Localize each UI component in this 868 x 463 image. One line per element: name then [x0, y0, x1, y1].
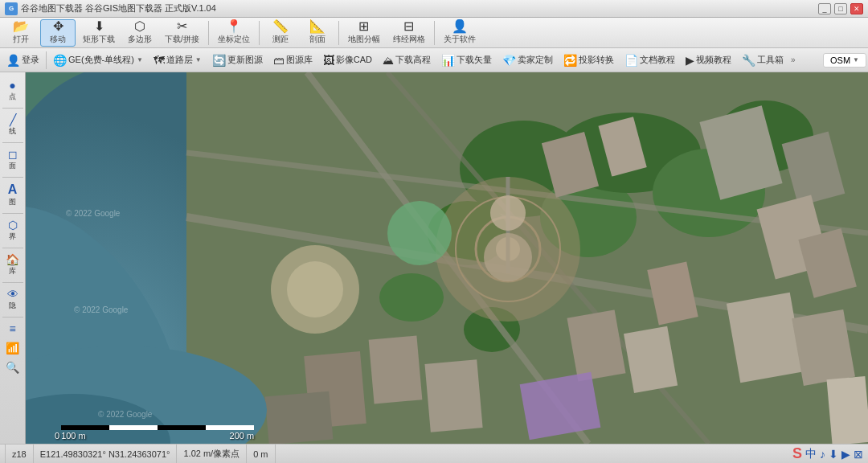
- route-arrow: ▼: [195, 56, 202, 64]
- hidden-icon: 👁: [7, 289, 18, 300]
- cut-join-button[interactable]: ✂ 下载/拼接: [159, 19, 205, 47]
- map-split-label: 地图分幅: [348, 34, 380, 45]
- update-map-icon: 🔄: [212, 54, 226, 67]
- side-sep-2: [2, 142, 23, 143]
- library-label: 库: [9, 266, 16, 277]
- minimize-button[interactable]: _: [818, 3, 831, 14]
- about-button[interactable]: 👤 关于软件: [438, 19, 481, 47]
- image-cad-icon: 🖼: [323, 54, 334, 67]
- status-icon-close[interactable]: ⊠: [854, 448, 863, 461]
- elevation-value: 0 m: [253, 449, 268, 459]
- search-icon: 🔍: [6, 362, 19, 373]
- dl-vector-icon: 📊: [441, 54, 455, 67]
- ge-free-label: GE(免费-单线程): [68, 54, 134, 66]
- resolution-value: 1.02 m/像素点: [183, 448, 240, 460]
- hidden-label: 隐: [9, 301, 16, 311]
- route-button[interactable]: 🗺 道路层 ▼: [149, 50, 207, 71]
- status-icon-play[interactable]: ▶: [841, 448, 850, 461]
- map-area[interactable]: © 2022 Google © 2022 Google © 2022 Googl…: [26, 72, 868, 444]
- map-split-button[interactable]: ⊞ 地图分幅: [342, 19, 386, 47]
- move-button[interactable]: ✥ 移动: [40, 19, 76, 47]
- move-icon: ✥: [53, 20, 63, 33]
- svg-rect-36: [424, 359, 482, 432]
- text-icon: A: [8, 183, 18, 196]
- svg-rect-35: [369, 336, 423, 404]
- status-right-icons: S 中 ♪ ⬇ ▶ ⊠: [792, 445, 863, 462]
- dl-vector-button[interactable]: 📊 下载矢量: [436, 50, 497, 71]
- dl-elevation-button[interactable]: ⛰ 下载高程: [378, 50, 436, 71]
- update-map-button[interactable]: 🔄 更新图源: [207, 50, 268, 71]
- app-icon: G: [5, 2, 18, 15]
- side-sep-5: [2, 248, 23, 248]
- point-label: 点: [9, 92, 16, 102]
- resolution: 1.02 m/像素点: [177, 445, 247, 463]
- grid-button[interactable]: ⊟ 纬经网格: [387, 19, 431, 47]
- side-sep-4: [2, 213, 23, 214]
- status-icon-dl[interactable]: ⬇: [829, 448, 838, 461]
- rect-download-button[interactable]: ⬇ 矩形下载: [77, 19, 121, 47]
- sidebar-layers[interactable]: ≡: [1, 319, 25, 338]
- measure-label: 测距: [272, 34, 289, 45]
- sidebar-library[interactable]: 🏠 库: [1, 250, 25, 281]
- doc-tutorial-button[interactable]: 📄 文档教程: [620, 50, 680, 71]
- coordinates: E121.49830321° N31.24363071°: [34, 445, 178, 463]
- sidebar-search[interactable]: 🔍: [1, 358, 25, 377]
- secondary-toolbar: 👤 登录 🌐 GE(免费-单线程) ▼ 🗺 道路层 ▼ 🔄 更新图源 🗃 图源库…: [0, 48, 868, 72]
- section-icon: 📐: [309, 20, 326, 33]
- zoom-value: z18: [12, 449, 27, 459]
- sidebar-hidden[interactable]: 👁 隐: [1, 285, 25, 315]
- grid-label: 纬经网格: [393, 34, 425, 45]
- satellite-image: [26, 72, 868, 444]
- sidebar-text[interactable]: A 图: [1, 179, 25, 211]
- status-icon-s[interactable]: S: [792, 445, 802, 462]
- sidebar-boundary[interactable]: ⬡ 界: [1, 215, 25, 246]
- open-icon: 📂: [13, 20, 29, 33]
- video-tutorial-button[interactable]: ▶ 视频教程: [681, 50, 736, 71]
- image-cad-button[interactable]: 🖼 影像CAD: [318, 50, 377, 71]
- side-sep-1: [2, 108, 23, 109]
- signal-icon: 📶: [6, 342, 19, 354]
- sidebar-point[interactable]: ● 点: [1, 76, 25, 106]
- section-button[interactable]: 📐 剖面: [300, 19, 335, 47]
- status-icon-mic[interactable]: ♪: [820, 448, 825, 461]
- status-icon-zh[interactable]: 中: [805, 447, 817, 461]
- custom-button[interactable]: 💎 卖家定制: [497, 50, 558, 71]
- polygon-button[interactable]: ⬡ 多边形: [122, 19, 158, 47]
- osm-button[interactable]: OSM ▼: [823, 53, 866, 68]
- boundary-icon: ⬡: [8, 219, 18, 231]
- tile-lib-button[interactable]: 🗃 图源库: [268, 50, 317, 71]
- coord-button[interactable]: 📍 坐标定位: [212, 19, 256, 47]
- tools-icon: 🔧: [742, 54, 755, 67]
- route-label: 道路层: [166, 54, 193, 66]
- svg-point-41: [387, 201, 452, 265]
- library-icon: 🏠: [6, 254, 19, 265]
- tile-lib-icon: 🗃: [273, 54, 285, 67]
- sidebar-signal[interactable]: 📶: [1, 338, 25, 358]
- ge-free-icon: 🌐: [53, 54, 67, 67]
- separator-4: [434, 21, 435, 45]
- boundary-label: 界: [9, 232, 16, 242]
- face-label: 面: [9, 161, 16, 171]
- toolbar2-expand[interactable]: »: [789, 55, 797, 64]
- rect-dl-label: 矩形下载: [83, 34, 115, 45]
- close-button[interactable]: ✕: [850, 3, 863, 14]
- tools-button[interactable]: 🔧 工具箱: [737, 50, 788, 71]
- proj-convert-button[interactable]: 🔁 投影转换: [559, 50, 619, 71]
- sidebar-face[interactable]: ◻ 面: [1, 145, 25, 175]
- ge-free-button[interactable]: 🌐 GE(免费-单线程) ▼: [48, 50, 148, 71]
- status-bar: z18 E121.49830321° N31.24363071° 1.02 m/…: [0, 444, 868, 463]
- login-button[interactable]: 👤 登录: [2, 50, 44, 71]
- main-area: ● 点 ╱ 线 ◻ 面 A 图 ⬡ 界 🏠 库 👁 隐: [0, 72, 868, 444]
- maximize-button[interactable]: □: [834, 3, 847, 14]
- video-tutorial-icon: ▶: [686, 54, 694, 67]
- scale-seg-white-1: [109, 425, 158, 430]
- image-cad-label: 影像CAD: [336, 54, 372, 66]
- scale-zero: 0: [55, 431, 59, 440]
- doc-tutorial-label: 文档教程: [640, 54, 675, 66]
- open-button[interactable]: 📂 打开: [3, 19, 39, 47]
- measure-button[interactable]: 📏 测距: [263, 19, 298, 47]
- scale-seg-white-2: [206, 425, 254, 430]
- sidebar-line[interactable]: ╱ 线: [1, 110, 25, 141]
- scale-line: [61, 425, 254, 430]
- scale-graphic: 100 m 200 m: [61, 425, 254, 440]
